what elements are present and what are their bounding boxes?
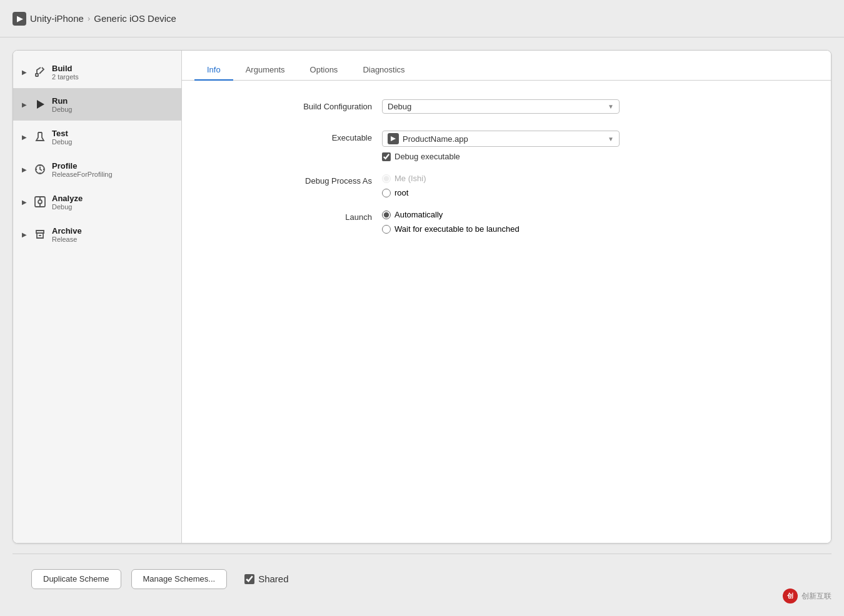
right-panel: Info Arguments Options Diagnostics Build… [182, 51, 831, 543]
profile-icon [33, 162, 47, 176]
top-bar: ▶ Unity-iPhone › Generic iOS Device [0, 0, 844, 37]
executable-field[interactable]: ProductName.app ▼ [382, 131, 620, 147]
tab-info[interactable]: Info [194, 60, 233, 81]
build-config-row: Build Configuration Debug ▼ [207, 99, 806, 118]
sidebar-item-build[interactable]: ▶ Build 2 targets [13, 56, 181, 88]
launch-label: Launch [207, 210, 382, 222]
svg-rect-0 [36, 74, 38, 76]
chevron-right-icon-test: ▶ [21, 133, 28, 141]
profile-title: Profile [52, 161, 113, 171]
sidebar-item-test[interactable]: ▶ Test Debug [13, 121, 181, 153]
dropdown-chevron-icon: ▼ [608, 103, 614, 110]
chevron-right-icon-run: ▶ [21, 101, 28, 108]
debug-process-me-row: Me (Ishi) [382, 174, 806, 183]
build-config-value: Debug [388, 102, 411, 111]
archive-title: Archive [52, 226, 82, 236]
debug-executable-checkbox[interactable] [382, 152, 391, 161]
executable-label: Executable [207, 131, 382, 142]
debug-process-root-label: root [394, 188, 408, 197]
device-name: Generic iOS Device [94, 13, 176, 24]
launch-auto-label: Automatically [394, 210, 443, 219]
app-icon [388, 133, 399, 144]
run-title: Run [52, 96, 72, 106]
debug-process-root-row: root [382, 188, 806, 197]
svg-marker-7 [391, 136, 396, 141]
debug-process-me-label: Me (Ishi) [394, 174, 426, 183]
watermark-logo: 创 [783, 589, 798, 604]
build-config-label: Build Configuration [207, 99, 382, 111]
project-icon: ▶ [13, 12, 26, 26]
archive-subtitle: Release [52, 236, 82, 243]
duplicate-scheme-button[interactable]: Duplicate Scheme [31, 569, 121, 589]
launch-auto-row: Automatically [382, 210, 806, 219]
tab-options[interactable]: Options [298, 60, 351, 81]
form-content: Build Configuration Debug ▼ Executable [182, 81, 831, 543]
launch-wait-label: Wait for executable to be launched [394, 224, 520, 234]
analyze-subtitle: Debug [52, 203, 83, 211]
debug-process-root-radio[interactable] [382, 189, 391, 197]
debug-executable-row: Debug executable [382, 152, 806, 161]
scheme-panel: ▶ Build 2 targets ▶ [13, 50, 831, 544]
archive-icon [33, 227, 47, 241]
build-config-control: Debug ▼ [382, 99, 806, 114]
shared-checkbox[interactable] [244, 574, 254, 584]
chevron-right-icon-archive: ▶ [21, 231, 28, 238]
test-title: Test [52, 129, 72, 138]
tab-diagnostics[interactable]: Diagnostics [350, 60, 417, 81]
tab-bar: Info Arguments Options Diagnostics [182, 51, 831, 81]
analyze-title: Analyze [52, 194, 83, 203]
debug-process-row: Debug Process As Me (Ishi) root [207, 174, 806, 197]
tab-arguments[interactable]: Arguments [233, 60, 298, 81]
executable-dropdown-icon: ▼ [608, 136, 614, 142]
svg-marker-1 [37, 100, 44, 109]
bottom-bar: Duplicate Scheme Manage Schemes... Share… [13, 554, 831, 604]
watermark: 创 创新互联 [783, 589, 831, 604]
debug-process-label: Debug Process As [207, 174, 382, 186]
sidebar-item-run[interactable]: ▶ Run Debug [13, 88, 181, 121]
debug-process-me-radio[interactable] [382, 174, 391, 183]
launch-wait-row: Wait for executable to be launched [382, 224, 806, 234]
breadcrumb-chevron: › [88, 14, 90, 23]
launch-row: Launch Automatically Wait for executable… [207, 210, 806, 234]
executable-row: Executable ProductName.app ▼ [207, 131, 806, 161]
chevron-right-icon-analyze: ▶ [21, 198, 28, 206]
watermark-text: 创新互联 [801, 591, 831, 602]
launch-wait-radio[interactable] [382, 225, 391, 234]
launch-auto-radio[interactable] [382, 211, 391, 219]
sidebar-item-profile[interactable]: ▶ Profile ReleaseForProfiling [13, 153, 181, 186]
sidebar-item-analyze[interactable]: ▶ Analyze Debug [13, 186, 181, 218]
sidebar-item-archive[interactable]: ▶ Archive Release [13, 218, 181, 251]
test-icon [33, 130, 47, 144]
analyze-icon [33, 195, 47, 209]
project-name: Unity-iPhone [30, 13, 84, 24]
run-icon [33, 97, 47, 111]
shared-checkbox-row: Shared [244, 574, 288, 584]
chevron-right-icon-profile: ▶ [21, 166, 28, 173]
build-icon [33, 65, 47, 79]
profile-subtitle: ReleaseForProfiling [52, 171, 113, 178]
svg-point-4 [38, 200, 42, 204]
build-config-select[interactable]: Debug ▼ [382, 99, 620, 114]
chevron-right-icon: ▶ [21, 68, 28, 76]
build-subtitle: 2 targets [52, 73, 79, 81]
test-subtitle: Debug [52, 138, 72, 146]
executable-value: ProductName.app [403, 134, 468, 144]
sidebar: ▶ Build 2 targets ▶ [13, 51, 182, 543]
build-title: Build [52, 64, 79, 73]
debug-executable-label: Debug executable [394, 152, 460, 161]
main-content: ▶ Build 2 targets ▶ [0, 37, 844, 616]
manage-schemes-button[interactable]: Manage Schemes... [131, 569, 228, 589]
shared-label: Shared [258, 574, 288, 584]
run-subtitle: Debug [52, 106, 72, 113]
